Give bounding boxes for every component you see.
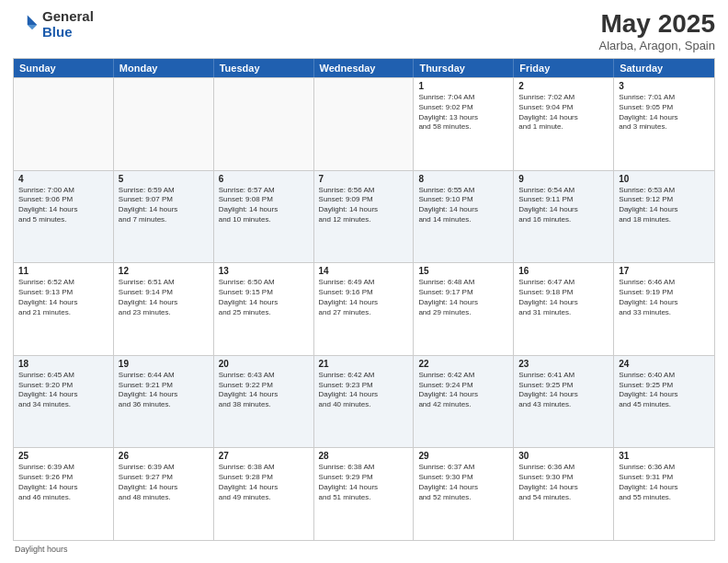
cell-content: Sunrise: 6:49 AMSunset: 9:16 PMDaylight:… (319, 278, 409, 317)
cell-content: Sunrise: 6:55 AMSunset: 9:10 PMDaylight:… (418, 186, 508, 225)
calendar-cell: 15Sunrise: 6:48 AMSunset: 9:17 PMDayligh… (414, 263, 514, 355)
logo-blue: Blue (42, 25, 94, 40)
day-number: 18 (18, 359, 108, 369)
cell-content: Sunrise: 6:40 AMSunset: 9:25 PMDaylight:… (619, 371, 710, 410)
cell-content: Sunrise: 7:00 AMSunset: 9:06 PMDaylight:… (18, 186, 108, 225)
day-number: 13 (219, 266, 309, 276)
cell-content: Sunrise: 6:36 AMSunset: 9:31 PMDaylight:… (619, 463, 710, 502)
logo-text: General Blue (42, 9, 94, 40)
calendar-cell: 29Sunrise: 6:37 AMSunset: 9:30 PMDayligh… (414, 448, 514, 540)
cell-content: Sunrise: 6:54 AMSunset: 9:11 PMDaylight:… (518, 186, 609, 225)
calendar: SundayMondayTuesdayWednesdayThursdayFrid… (13, 58, 715, 541)
calendar-week-row: 11Sunrise: 6:52 AMSunset: 9:13 PMDayligh… (14, 262, 714, 355)
cell-content: Sunrise: 7:02 AMSunset: 9:04 PMDaylight:… (518, 93, 609, 132)
calendar-day-header: Sunday (14, 59, 114, 77)
calendar-body: 1Sunrise: 7:04 AMSunset: 9:02 PMDaylight… (14, 77, 714, 540)
day-number: 30 (518, 451, 609, 461)
calendar-cell: 4Sunrise: 7:00 AMSunset: 9:06 PMDaylight… (14, 171, 114, 263)
calendar-week-row: 1Sunrise: 7:04 AMSunset: 9:02 PMDaylight… (14, 77, 714, 170)
cell-content: Sunrise: 6:39 AMSunset: 9:27 PMDaylight:… (119, 463, 209, 502)
day-number: 9 (518, 174, 609, 184)
cell-content: Sunrise: 6:39 AMSunset: 9:26 PMDaylight:… (18, 463, 108, 502)
day-number: 28 (319, 451, 409, 461)
cell-content: Sunrise: 6:44 AMSunset: 9:21 PMDaylight:… (119, 371, 209, 410)
day-number: 7 (319, 174, 409, 184)
cell-content: Sunrise: 7:04 AMSunset: 9:02 PMDaylight:… (418, 93, 508, 132)
calendar-cell: 18Sunrise: 6:45 AMSunset: 9:20 PMDayligh… (14, 356, 114, 448)
calendar-cell: 3Sunrise: 7:01 AMSunset: 9:05 PMDaylight… (614, 78, 714, 170)
calendar-week-row: 25Sunrise: 6:39 AMSunset: 9:26 PMDayligh… (14, 447, 714, 540)
cell-content: Sunrise: 6:53 AMSunset: 9:12 PMDaylight:… (619, 186, 710, 225)
calendar-week-row: 4Sunrise: 7:00 AMSunset: 9:06 PMDaylight… (14, 170, 714, 263)
subtitle: Alarba, Aragon, Spain (599, 39, 715, 52)
calendar-cell: 11Sunrise: 6:52 AMSunset: 9:13 PMDayligh… (14, 263, 114, 355)
cell-content: Sunrise: 6:38 AMSunset: 9:29 PMDaylight:… (319, 463, 409, 502)
cell-content: Sunrise: 6:45 AMSunset: 9:20 PMDaylight:… (18, 371, 108, 410)
cell-content: Sunrise: 6:36 AMSunset: 9:30 PMDaylight:… (518, 463, 609, 502)
calendar-cell (114, 78, 214, 170)
day-number: 24 (619, 359, 710, 369)
cell-content: Sunrise: 6:42 AMSunset: 9:24 PMDaylight:… (418, 371, 508, 410)
calendar-header: SundayMondayTuesdayWednesdayThursdayFrid… (14, 59, 714, 77)
day-number: 23 (518, 359, 609, 369)
calendar-week-row: 18Sunrise: 6:45 AMSunset: 9:20 PMDayligh… (14, 355, 714, 448)
header: General Blue May 2025 Alarba, Aragon, Sp… (13, 9, 715, 52)
calendar-cell: 8Sunrise: 6:55 AMSunset: 9:10 PMDaylight… (414, 171, 514, 263)
title-block: May 2025 Alarba, Aragon, Spain (599, 9, 715, 52)
cell-content: Sunrise: 6:37 AMSunset: 9:30 PMDaylight:… (418, 463, 508, 502)
calendar-cell: 5Sunrise: 6:59 AMSunset: 9:07 PMDaylight… (114, 171, 214, 263)
svg-marker-1 (28, 25, 38, 29)
calendar-cell: 6Sunrise: 6:57 AMSunset: 9:08 PMDaylight… (214, 171, 314, 263)
calendar-cell: 12Sunrise: 6:51 AMSunset: 9:14 PMDayligh… (114, 263, 214, 355)
calendar-cell: 31Sunrise: 6:36 AMSunset: 9:31 PMDayligh… (614, 448, 714, 540)
logo-general: General (42, 9, 94, 25)
day-number: 11 (18, 266, 108, 276)
calendar-cell: 1Sunrise: 7:04 AMSunset: 9:02 PMDaylight… (414, 78, 514, 170)
cell-content: Sunrise: 6:51 AMSunset: 9:14 PMDaylight:… (119, 278, 209, 317)
cell-content: Sunrise: 6:46 AMSunset: 9:19 PMDaylight:… (619, 278, 710, 317)
day-number: 2 (518, 81, 609, 91)
calendar-cell: 20Sunrise: 6:43 AMSunset: 9:22 PMDayligh… (214, 356, 314, 448)
cell-content: Sunrise: 6:41 AMSunset: 9:25 PMDaylight:… (518, 371, 609, 410)
calendar-cell: 23Sunrise: 6:41 AMSunset: 9:25 PMDayligh… (514, 356, 614, 448)
day-number: 19 (119, 359, 209, 369)
calendar-day-header: Monday (114, 59, 214, 77)
day-number: 22 (418, 359, 508, 369)
day-number: 25 (18, 451, 108, 461)
cell-content: Sunrise: 6:57 AMSunset: 9:08 PMDaylight:… (219, 186, 309, 225)
day-number: 12 (119, 266, 209, 276)
calendar-cell: 19Sunrise: 6:44 AMSunset: 9:21 PMDayligh… (114, 356, 214, 448)
svg-marker-0 (28, 15, 38, 25)
cell-content: Sunrise: 6:52 AMSunset: 9:13 PMDaylight:… (18, 278, 108, 317)
calendar-cell: 14Sunrise: 6:49 AMSunset: 9:16 PMDayligh… (314, 263, 415, 355)
day-number: 27 (219, 451, 309, 461)
calendar-cell: 27Sunrise: 6:38 AMSunset: 9:28 PMDayligh… (214, 448, 314, 540)
day-number: 4 (18, 174, 108, 184)
cell-content: Sunrise: 6:43 AMSunset: 9:22 PMDaylight:… (219, 371, 309, 410)
day-number: 20 (219, 359, 309, 369)
day-number: 31 (619, 451, 710, 461)
day-number: 17 (619, 266, 710, 276)
calendar-cell: 2Sunrise: 7:02 AMSunset: 9:04 PMDaylight… (514, 78, 614, 170)
day-number: 16 (518, 266, 609, 276)
calendar-day-header: Friday (514, 59, 614, 77)
calendar-cell (214, 78, 314, 170)
cell-content: Sunrise: 6:56 AMSunset: 9:09 PMDaylight:… (319, 186, 409, 225)
calendar-cell: 7Sunrise: 6:56 AMSunset: 9:09 PMDaylight… (314, 171, 415, 263)
day-number: 26 (119, 451, 209, 461)
calendar-cell: 21Sunrise: 6:42 AMSunset: 9:23 PMDayligh… (314, 356, 415, 448)
calendar-cell: 24Sunrise: 6:40 AMSunset: 9:25 PMDayligh… (614, 356, 714, 448)
calendar-cell: 17Sunrise: 6:46 AMSunset: 9:19 PMDayligh… (614, 263, 714, 355)
cell-content: Sunrise: 6:47 AMSunset: 9:18 PMDaylight:… (518, 278, 609, 317)
day-number: 3 (619, 81, 710, 91)
cell-content: Sunrise: 6:48 AMSunset: 9:17 PMDaylight:… (418, 278, 508, 317)
day-number: 5 (119, 174, 209, 184)
calendar-cell (14, 78, 114, 170)
calendar-cell: 22Sunrise: 6:42 AMSunset: 9:24 PMDayligh… (414, 356, 514, 448)
calendar-day-header: Tuesday (214, 59, 314, 77)
calendar-cell: 30Sunrise: 6:36 AMSunset: 9:30 PMDayligh… (514, 448, 614, 540)
day-number: 10 (619, 174, 710, 184)
calendar-cell: 9Sunrise: 6:54 AMSunset: 9:11 PMDaylight… (514, 171, 614, 263)
cell-content: Sunrise: 6:50 AMSunset: 9:15 PMDaylight:… (219, 278, 309, 317)
logo-icon (13, 12, 39, 38)
